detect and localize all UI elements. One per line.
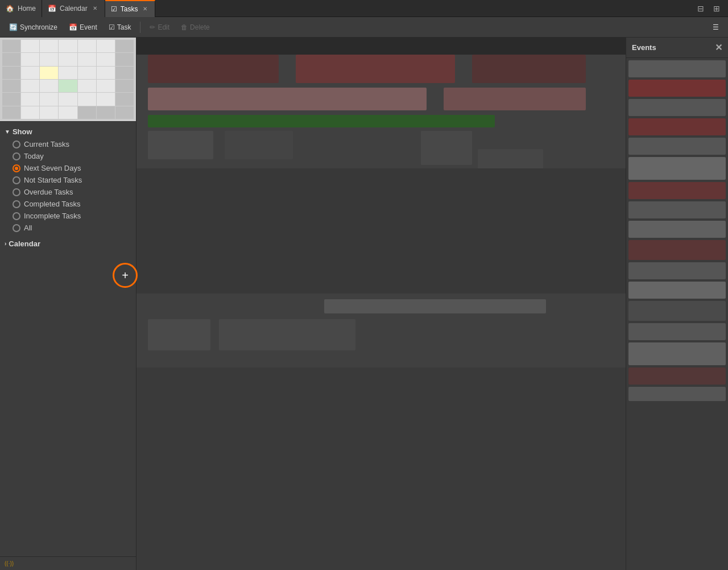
- event-block: [628, 60, 726, 77]
- radio-today[interactable]: Today: [0, 150, 136, 162]
- tab-tasks[interactable]: ☑ Tasks ✕: [105, 0, 156, 17]
- tab-tasks-label: Tasks: [121, 5, 138, 13]
- events-panel-header: Events ✕: [626, 38, 728, 58]
- show-label: Show: [13, 127, 32, 136]
- radio-current-tasks-indicator: [13, 141, 20, 148]
- add-icon: +: [122, 269, 129, 282]
- show-section-header[interactable]: ▼ Show: [0, 125, 136, 138]
- tab-calendar-label: Calendar: [60, 5, 88, 13]
- event-block: [628, 282, 726, 299]
- main-content: [136, 38, 626, 570]
- radio-current-tasks-label: Current Tasks: [24, 140, 69, 148]
- content-block-1: [148, 55, 279, 83]
- event-block: [628, 201, 726, 218]
- content-block-mid2: [148, 319, 210, 350]
- calendar-icon: 📅: [48, 5, 56, 13]
- tab-calendar[interactable]: 📅 Calendar ✕: [42, 0, 105, 17]
- event-block: [628, 99, 726, 116]
- radio-incomplete-label: Incomplete Tasks: [24, 212, 81, 220]
- calendar-chevron: ›: [5, 241, 6, 247]
- edit-button[interactable]: ✏ Edit: [145, 21, 174, 34]
- event-block: [628, 301, 726, 321]
- events-content: [626, 58, 728, 570]
- radio-current-tasks[interactable]: Current Tasks: [0, 138, 136, 150]
- toolbar-separator: [140, 22, 140, 33]
- calendar-section-header[interactable]: › Calendar: [0, 237, 136, 250]
- task-icon: ☑: [109, 23, 115, 31]
- radio-not-started-indicator: [13, 176, 20, 184]
- content-area: [136, 38, 626, 570]
- content-middle-dark: [136, 168, 626, 294]
- event-block: [628, 221, 726, 238]
- menu-button[interactable]: ☰: [708, 21, 723, 34]
- tab-calendar-close[interactable]: ✕: [91, 5, 99, 13]
- menu-icon: ☰: [713, 23, 719, 31]
- event-block: [628, 367, 726, 385]
- sidebar-statusbar: ((·)): [0, 556, 136, 570]
- radio-overdue-label: Overdue Tasks: [24, 188, 73, 196]
- radio-next-seven-days-indicator: [13, 164, 20, 172]
- event-button[interactable]: 📅 Event: [64, 21, 102, 34]
- calendar-section-label: Calendar: [9, 239, 40, 248]
- tab-tasks-close[interactable]: ✕: [141, 5, 149, 13]
- event-block: [628, 240, 726, 260]
- event-block: [628, 80, 726, 97]
- radio-today-label: Today: [24, 152, 44, 160]
- radio-today-indicator: [13, 152, 20, 160]
- synchronize-button[interactable]: 🔄 Synchronize: [5, 21, 62, 34]
- content-block-2: [296, 55, 455, 83]
- title-bar: 🏠 Home 📅 Calendar ✕ ☑ Tasks ✕ ⊟ ⊞: [0, 0, 728, 17]
- radio-not-started-tasks[interactable]: Not Started Tasks: [0, 174, 136, 186]
- event-block: [628, 182, 726, 199]
- radio-overdue-indicator: [13, 188, 20, 196]
- event-block: [628, 323, 726, 340]
- content-header-row: [136, 38, 626, 55]
- toolbar: 🔄 Synchronize 📅 Event ☑ Task ✏ Edit 🗑 De…: [0, 17, 728, 38]
- content-block-6: [148, 131, 213, 159]
- tasks-icon: ☑: [111, 5, 117, 13]
- event-block: [628, 138, 726, 155]
- delete-icon: 🗑: [181, 23, 188, 31]
- synchronize-icon: 🔄: [9, 23, 18, 31]
- content-block-mid1: [324, 299, 546, 313]
- title-bar-controls: ⊟ ⊞: [694, 2, 728, 15]
- toolbar-right: ☰: [708, 21, 723, 34]
- main-layout: ▼ Show Current Tasks Today Next Seven Da…: [0, 38, 728, 570]
- window-minimize[interactable]: ⊟: [694, 2, 708, 15]
- mini-calendar: [0, 38, 136, 122]
- content-block-3: [472, 55, 586, 83]
- event-block: [628, 342, 726, 365]
- event-block: [628, 387, 726, 401]
- event-block: [628, 118, 726, 135]
- radio-next-seven-days[interactable]: Next Seven Days: [0, 162, 136, 174]
- event-block: [628, 157, 726, 180]
- add-task-button[interactable]: +: [113, 263, 138, 288]
- tab-home[interactable]: 🏠 Home: [0, 0, 42, 17]
- events-panel: Events ✕: [626, 38, 728, 570]
- radio-not-started-label: Not Started Tasks: [24, 176, 82, 184]
- delete-button[interactable]: 🗑 Delete: [176, 21, 214, 34]
- window-maximize[interactable]: ⊞: [710, 2, 723, 15]
- content-lower: [136, 367, 626, 570]
- task-button[interactable]: ☑ Task: [104, 21, 136, 34]
- events-close-button[interactable]: ✕: [715, 42, 722, 53]
- radio-completed-indicator: [13, 200, 20, 208]
- radio-all-indicator: [13, 224, 20, 232]
- radio-next-seven-days-label: Next Seven Days: [24, 164, 81, 172]
- content-block-4: [148, 88, 427, 110]
- content-block-green: [148, 115, 466, 127]
- radio-all-label: All: [24, 224, 32, 232]
- events-title: Events: [632, 43, 656, 52]
- event-icon: 📅: [69, 23, 77, 31]
- content-block-mid3: [219, 319, 355, 350]
- content-block-8: [421, 131, 472, 165]
- mini-cal-grid: [0, 38, 136, 121]
- radio-completed-tasks[interactable]: Completed Tasks: [0, 198, 136, 210]
- radio-all[interactable]: All: [0, 222, 136, 234]
- radio-incomplete-tasks[interactable]: Incomplete Tasks: [0, 210, 136, 222]
- radio-incomplete-indicator: [13, 212, 20, 220]
- status-icon: ((·)): [5, 560, 14, 567]
- radio-overdue-tasks[interactable]: Overdue Tasks: [0, 186, 136, 198]
- tab-home-label: Home: [18, 5, 36, 13]
- content-block-5: [444, 88, 586, 110]
